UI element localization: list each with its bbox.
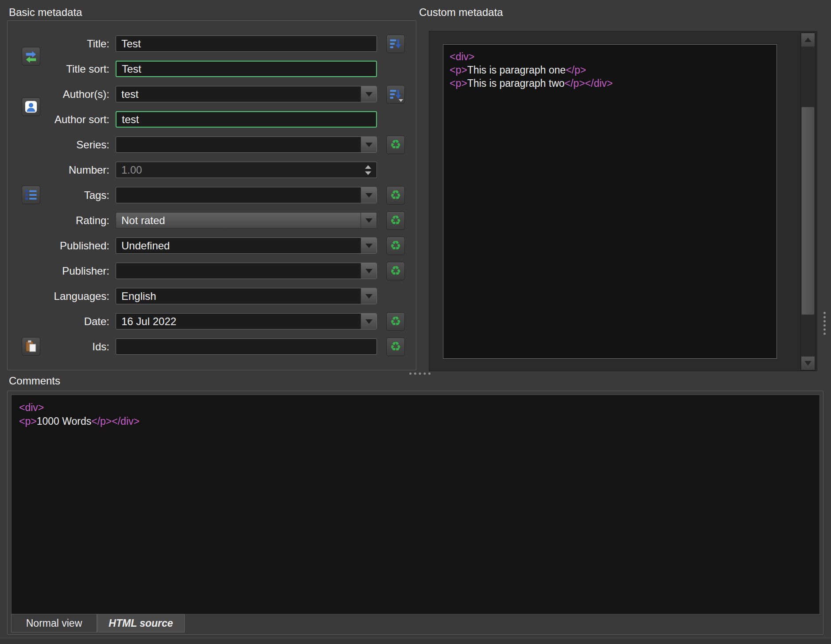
custom-metadata-scrollbar[interactable] [800,32,815,371]
series-label: Series: [14,139,116,151]
rating-combo[interactable]: Not rated [116,212,377,229]
languages-row: Languages: English [14,283,405,309]
clear-date-button[interactable]: ♻ [386,312,405,331]
date-combo[interactable]: 16 Jul 2022 [116,313,377,330]
authors-dropdown-button[interactable] [361,86,377,102]
recycle-icon: ♻ [390,139,401,151]
date-label: Date: [14,315,116,328]
chevron-down-icon [365,218,373,223]
rating-value: Not rated [121,214,165,227]
arrow-down-icon [804,361,812,365]
author-sort-label: Author sort: [14,113,116,126]
auto-author-sort-button[interactable] [386,85,405,104]
comments-title: Comments [9,375,60,387]
recycle-icon: ♻ [390,214,401,227]
edit-metadata-dialog: Basic metadata [0,0,831,644]
custom-metadata-panel: <div><p>This is paragraph one</p><p>This… [429,31,817,371]
basic-metadata-title: Basic metadata [9,6,82,19]
title-sort-label: Title sort: [14,63,116,75]
rating-dropdown-button[interactable] [361,213,377,228]
languages-value: English [121,290,156,303]
rating-row: Rating: Not rated ♻ [14,208,405,233]
horizontal-splitter-handle[interactable] [409,372,431,375]
comments-group: <div><p>1000 Words</p></div> [7,391,823,635]
chevron-down-icon [365,92,373,97]
languages-combo[interactable]: English [116,288,377,304]
recycle-icon: ♻ [390,315,401,328]
clear-publisher-button[interactable]: ♻ [386,262,405,280]
date-row: Date: 16 Jul 2022 ♻ [14,309,405,334]
author-sort-input[interactable] [116,111,377,128]
date-value: 16 Jul 2022 [121,315,176,328]
publisher-row: Publisher: ♻ [14,258,405,283]
tab-html-source[interactable]: HTML source [97,614,185,632]
published-row: Published: Undefined ♻ [14,233,405,258]
spin-down-icon[interactable] [365,171,371,175]
scrollbar-thumb[interactable] [801,107,815,315]
recycle-icon: ♻ [390,189,401,202]
series-number-spinner[interactable]: 1.00 [116,162,377,178]
title-sort-input[interactable] [116,61,377,77]
chevron-down-icon [365,294,373,299]
series-number-value: 1.00 [121,164,142,176]
publisher-dropdown-button[interactable] [361,263,377,279]
code-line: <p>This is paragraph one</p> [450,63,770,77]
tags-row: Tags: ♻ [14,182,405,208]
author-sort-row: Author sort: [14,107,405,132]
clear-rating-button[interactable]: ♻ [386,211,405,230]
clear-tags-button[interactable]: ♻ [386,186,405,205]
title-label: Title: [14,38,116,50]
code-line: <p>This is paragraph two</p></div> [450,77,770,90]
basic-metadata-rows: Title: Title so [14,31,405,359]
ids-input[interactable] [116,338,377,355]
tab-normal-view[interactable]: Normal view [11,614,97,632]
clear-ids-button[interactable]: ♻ [386,338,405,356]
clear-published-button[interactable]: ♻ [386,237,405,255]
custom-metadata-title: Custom metadata [419,6,503,19]
ids-label: Ids: [14,341,116,353]
languages-dropdown-button[interactable] [361,288,377,304]
auto-title-sort-button[interactable] [386,35,405,53]
recycle-icon: ♻ [390,341,401,353]
title-input[interactable] [116,35,377,52]
code-line: <div> [450,50,770,63]
title-sort-row: Title sort: [14,56,405,81]
languages-label: Languages: [14,290,116,303]
vertical-splitter-handle[interactable] [823,312,826,335]
dialog-bottom-edge [0,638,831,644]
authors-combo[interactable]: test [116,86,377,102]
published-value: Undefined [121,240,170,252]
ids-row: Ids: ♻ [14,334,405,359]
clear-series-button[interactable]: ♻ [386,136,405,154]
tab-label: Normal view [26,617,82,629]
chevron-down-icon [365,269,373,273]
series-number-label: Number: [14,164,116,176]
authors-value: test [121,88,139,101]
title-row: Title: [14,31,405,56]
spin-up-icon[interactable] [365,165,371,169]
custom-metadata-editor[interactable]: <div><p>This is paragraph one</p><p>This… [443,44,777,359]
arrow-up-icon [804,38,812,42]
published-dropdown-button[interactable] [361,238,377,253]
authors-label: Author(s): [14,88,116,101]
series-combo[interactable] [116,136,377,153]
tags-label: Tags: [14,189,116,202]
recycle-icon: ♻ [390,265,401,277]
series-number-row: Number: 1.00 [14,157,405,182]
code-line: <p>1000 Words</p></div> [19,415,812,428]
date-dropdown-button[interactable] [361,314,377,329]
tags-combo[interactable] [116,187,377,203]
recycle-icon: ♻ [390,240,401,252]
series-dropdown-button[interactable] [361,137,377,152]
basic-metadata-group: Title: Title so [7,20,416,370]
published-label: Published: [14,240,116,252]
authors-row: Author(s): test [14,81,405,107]
scroll-up-button[interactable] [801,33,815,47]
rating-label: Rating: [14,214,116,227]
chevron-down-icon [365,193,373,198]
published-combo[interactable]: Undefined [116,237,377,254]
comments-editor[interactable]: <div><p>1000 Words</p></div> [11,395,820,614]
publisher-combo[interactable] [116,263,377,279]
scroll-down-button[interactable] [801,356,815,370]
tags-dropdown-button[interactable] [361,187,377,203]
